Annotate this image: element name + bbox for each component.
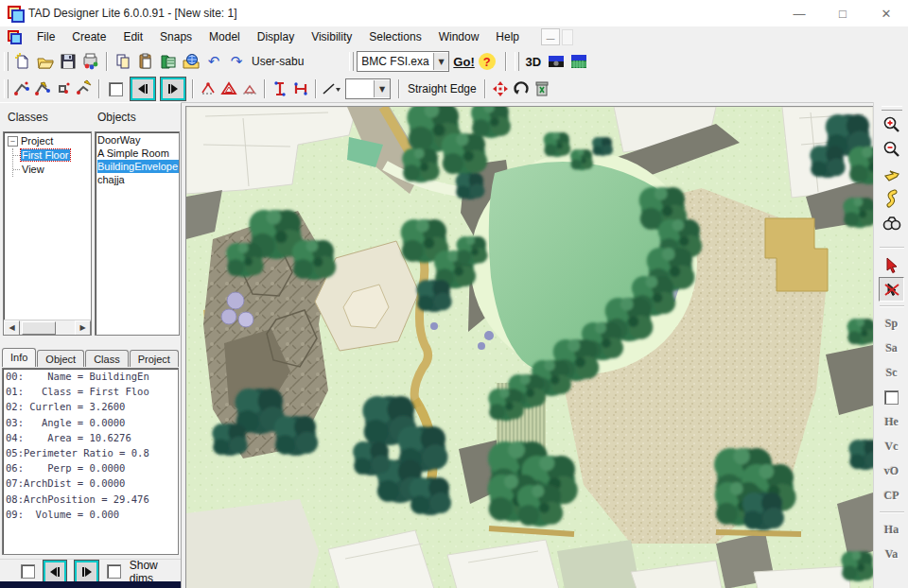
delete-button[interactable] (532, 78, 552, 99)
dims-step-forward-button[interactable] (75, 561, 97, 583)
toolbar-grip[interactable] (882, 106, 902, 111)
new-file-button[interactable] (11, 50, 34, 73)
import-library-button[interactable] (157, 50, 180, 73)
step-forward-button[interactable] (161, 78, 185, 100)
show-dims-checkbox[interactable] (107, 564, 121, 579)
open-folder-button[interactable] (34, 50, 57, 73)
zoom-in-button[interactable] (879, 112, 904, 137)
triangle-outline-button[interactable] (218, 78, 239, 99)
draw-tool-1-button[interactable] (11, 78, 32, 99)
align-letter-button[interactable]: CP (879, 483, 904, 508)
scrollbar-thumb[interactable] (22, 321, 56, 335)
toolbar-grip[interactable] (4, 79, 9, 98)
tree-item[interactable]: First Floor (13, 148, 91, 163)
align-letter-button[interactable]: He (879, 409, 904, 434)
web-folder-button[interactable] (180, 50, 202, 73)
pan-hand-button[interactable] (879, 162, 904, 186)
menu-item[interactable]: Create (63, 27, 114, 46)
align-letter-button[interactable]: Va (879, 542, 904, 566)
paste-button[interactable] (134, 50, 157, 73)
move-button[interactable] (490, 78, 511, 99)
triangle-small-button[interactable] (239, 78, 260, 99)
line-combobox[interactable]: ▼ (345, 78, 391, 99)
align-letter-button[interactable]: Sa (879, 336, 904, 360)
drawing-canvas[interactable] (185, 106, 873, 588)
go-button[interactable]: Go! (453, 55, 474, 69)
exa-combobox[interactable]: BMC FSI.exa ▼ (357, 51, 449, 72)
menu-item[interactable]: Snaps (151, 27, 201, 46)
scroll-right-icon[interactable]: ▶ (75, 320, 91, 336)
deselect-button[interactable] (879, 277, 904, 302)
close-button[interactable]: ✕ (864, 0, 908, 26)
toolbar-separator (880, 247, 904, 249)
paste-icon (136, 52, 155, 71)
menu-item[interactable]: Model (201, 27, 249, 46)
help-button[interactable]: ? (479, 53, 496, 70)
draw-tool-4-button[interactable] (74, 78, 95, 99)
align-letter-button[interactable]: Vc (879, 434, 904, 458)
align-letter-button[interactable]: Sp (879, 311, 904, 336)
rotate-button[interactable] (511, 78, 532, 99)
list-item[interactable]: DoorWay (97, 133, 179, 147)
chevron-down-icon[interactable]: ▼ (433, 53, 449, 70)
tab[interactable]: Object (37, 350, 84, 367)
align-letter-button[interactable]: Ha (879, 517, 904, 542)
step-back-icon (137, 84, 148, 94)
mdi-minimize-button[interactable]: — (541, 28, 560, 45)
menu-item[interactable]: Window (430, 27, 488, 46)
objects-list[interactable]: DoorWayA Simple RoomBuildingEnvelopechaj… (95, 131, 180, 336)
ibeam-horizontal-button[interactable] (290, 78, 311, 99)
list-item[interactable]: A Simple Room (97, 147, 179, 160)
tab[interactable]: Class (85, 350, 129, 367)
render-camera-button[interactable] (545, 50, 568, 73)
align-letter-button[interactable]: vO (879, 458, 904, 483)
tab[interactable]: Project (130, 350, 179, 367)
dims-checkbox-1[interactable] (21, 564, 35, 579)
menu-item[interactable]: File (28, 27, 63, 46)
classes-tree[interactable]: – Project First FloorView ◀ ▶ (3, 131, 92, 336)
toolbar-checkbox[interactable] (109, 82, 123, 96)
list-item[interactable]: chajja (97, 173, 179, 186)
list-item[interactable]: BuildingEnvelope (97, 160, 179, 173)
material-grid-button[interactable] (568, 50, 590, 73)
menu-item[interactable]: Visibility (303, 27, 360, 46)
triangle-dotted-button[interactable] (198, 78, 218, 99)
maximize-button[interactable]: □ (821, 0, 864, 26)
toolbar-grip[interactable] (4, 52, 9, 71)
tree-root-project[interactable]: – Project (8, 134, 91, 148)
tree-root-label[interactable]: Project (21, 134, 53, 148)
3d-view-button[interactable]: 3D (522, 50, 545, 73)
classes-horizontal-scrollbar[interactable]: ◀ ▶ (4, 320, 91, 335)
minimize-button[interactable]: — (777, 0, 821, 26)
undo-button[interactable]: ↶ (202, 50, 225, 73)
dims-step-back-button[interactable] (44, 561, 66, 583)
chevron-down-icon[interactable]: ▼ (374, 80, 390, 97)
selection-filter-checkbox[interactable] (879, 385, 904, 409)
redo-button[interactable]: ↷ (225, 50, 248, 73)
zoom-out-button[interactable] (879, 137, 904, 162)
draw-tool-2-button[interactable] (32, 78, 53, 99)
scroll-left-icon[interactable]: ◀ (4, 320, 20, 336)
tree-item[interactable]: View (13, 163, 91, 177)
select-arrow-button[interactable] (879, 252, 904, 277)
binoculars-button[interactable] (879, 211, 904, 235)
line-style-button[interactable] (321, 78, 341, 99)
menu-item[interactable]: Selections (360, 27, 429, 46)
toolbar-grip[interactable] (349, 52, 354, 71)
step-back-button[interactable] (131, 78, 155, 100)
menu-item[interactable]: Edit (114, 27, 151, 46)
site-plan-rendering[interactable] (186, 107, 873, 588)
mdi-restore-button[interactable] (562, 29, 573, 45)
save-button[interactable] (57, 50, 79, 73)
align-letter-button[interactable]: Sc (879, 360, 904, 385)
draw-tool-3-button[interactable] (53, 78, 74, 99)
walk-view-button[interactable] (879, 186, 904, 211)
copy-button[interactable] (112, 50, 134, 73)
menu-item[interactable]: Display (249, 27, 303, 46)
toolbar-grip[interactable] (515, 52, 519, 71)
menu-item[interactable]: Help (487, 27, 528, 46)
print-palette-button[interactable] (79, 50, 102, 73)
ibeam-vertical-button[interactable] (270, 78, 290, 99)
tab[interactable]: Info (2, 348, 36, 367)
tree-collapse-icon[interactable]: – (8, 136, 18, 147)
